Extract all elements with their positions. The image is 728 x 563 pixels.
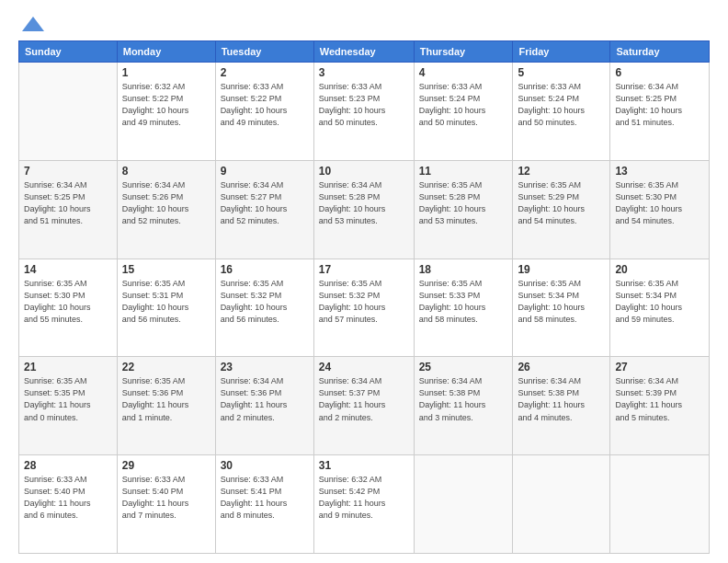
day-number: 19 (518, 263, 605, 276)
day-number: 2 (221, 66, 309, 79)
day-number: 13 (615, 165, 704, 178)
calendar-day-12: 12Sunrise: 6:35 AM Sunset: 5:29 PM Dayli… (513, 160, 610, 259)
calendar-day-2: 2Sunrise: 6:33 AM Sunset: 5:22 PM Daylig… (215, 63, 313, 161)
day-number: 8 (122, 165, 210, 178)
day-info: Sunrise: 6:33 AM Sunset: 5:22 PM Dayligh… (221, 81, 309, 129)
day-info: Sunrise: 6:35 AM Sunset: 5:36 PM Dayligh… (122, 375, 210, 423)
day-info: Sunrise: 6:34 AM Sunset: 5:25 PM Dayligh… (24, 179, 112, 227)
day-info: Sunrise: 6:35 AM Sunset: 5:33 PM Dayligh… (419, 278, 508, 326)
day-info: Sunrise: 6:33 AM Sunset: 5:41 PM Dayligh… (221, 474, 309, 522)
calendar-day-19: 19Sunrise: 6:35 AM Sunset: 5:34 PM Dayli… (513, 259, 610, 357)
day-number: 20 (615, 263, 704, 276)
day-number: 5 (518, 66, 605, 79)
calendar-day-6: 6Sunrise: 6:34 AM Sunset: 5:25 PM Daylig… (610, 63, 710, 161)
calendar-empty (414, 455, 513, 554)
day-header-wednesday: Wednesday (313, 41, 414, 63)
day-info: Sunrise: 6:35 AM Sunset: 5:28 PM Dayligh… (419, 179, 508, 227)
calendar-day-15: 15Sunrise: 6:35 AM Sunset: 5:31 PM Dayli… (117, 259, 215, 357)
calendar-day-11: 11Sunrise: 6:35 AM Sunset: 5:28 PM Dayli… (414, 160, 513, 259)
day-number: 26 (518, 361, 605, 373)
day-number: 12 (518, 165, 605, 178)
day-header-friday: Friday (513, 41, 610, 63)
day-number: 18 (419, 263, 508, 276)
day-header-saturday: Saturday (610, 41, 710, 63)
day-number: 31 (319, 459, 409, 472)
day-number: 21 (24, 361, 112, 373)
calendar-week-row: 14Sunrise: 6:35 AM Sunset: 5:30 PM Dayli… (19, 259, 710, 357)
calendar-day-24: 24Sunrise: 6:34 AM Sunset: 5:37 PM Dayli… (313, 357, 414, 455)
day-number: 11 (419, 165, 508, 178)
calendar-day-8: 8Sunrise: 6:34 AM Sunset: 5:26 PM Daylig… (117, 160, 215, 259)
calendar-day-3: 3Sunrise: 6:33 AM Sunset: 5:23 PM Daylig… (313, 63, 414, 161)
calendar-day-4: 4Sunrise: 6:33 AM Sunset: 5:24 PM Daylig… (414, 63, 513, 161)
calendar-week-row: 7Sunrise: 6:34 AM Sunset: 5:25 PM Daylig… (19, 160, 710, 259)
day-info: Sunrise: 6:35 AM Sunset: 5:34 PM Dayligh… (615, 278, 704, 326)
day-info: Sunrise: 6:33 AM Sunset: 5:24 PM Dayligh… (518, 81, 605, 129)
calendar-day-20: 20Sunrise: 6:35 AM Sunset: 5:34 PM Dayli… (610, 259, 710, 357)
calendar-day-10: 10Sunrise: 6:34 AM Sunset: 5:28 PM Dayli… (313, 160, 414, 259)
calendar-day-26: 26Sunrise: 6:34 AM Sunset: 5:38 PM Dayli… (513, 357, 610, 455)
day-header-tuesday: Tuesday (215, 41, 313, 63)
calendar-header-row: SundayMondayTuesdayWednesdayThursdayFrid… (19, 41, 710, 63)
day-info: Sunrise: 6:32 AM Sunset: 5:42 PM Dayligh… (319, 474, 409, 522)
day-info: Sunrise: 6:35 AM Sunset: 5:31 PM Dayligh… (122, 278, 210, 326)
calendar-day-29: 29Sunrise: 6:33 AM Sunset: 5:40 PM Dayli… (117, 455, 215, 554)
day-number: 10 (319, 165, 409, 178)
calendar-day-25: 25Sunrise: 6:34 AM Sunset: 5:38 PM Dayli… (414, 357, 513, 455)
day-number: 27 (615, 361, 704, 373)
day-info: Sunrise: 6:33 AM Sunset: 5:40 PM Dayligh… (122, 474, 210, 522)
day-info: Sunrise: 6:34 AM Sunset: 5:38 PM Dayligh… (518, 375, 605, 423)
day-number: 22 (122, 361, 210, 373)
day-info: Sunrise: 6:32 AM Sunset: 5:22 PM Dayligh… (122, 81, 210, 129)
day-header-sunday: Sunday (19, 41, 118, 63)
day-info: Sunrise: 6:35 AM Sunset: 5:30 PM Dayligh… (24, 278, 112, 326)
calendar-day-30: 30Sunrise: 6:33 AM Sunset: 5:41 PM Dayli… (215, 455, 313, 554)
day-number: 14 (24, 263, 112, 276)
calendar-day-28: 28Sunrise: 6:33 AM Sunset: 5:40 PM Dayli… (19, 455, 118, 554)
day-number: 7 (24, 165, 112, 178)
day-info: Sunrise: 6:35 AM Sunset: 5:32 PM Dayligh… (319, 278, 409, 326)
day-info: Sunrise: 6:34 AM Sunset: 5:27 PM Dayligh… (221, 179, 309, 227)
day-info: Sunrise: 6:34 AM Sunset: 5:39 PM Dayligh… (615, 375, 704, 423)
calendar-day-13: 13Sunrise: 6:35 AM Sunset: 5:30 PM Dayli… (610, 160, 710, 259)
calendar-empty (513, 455, 610, 554)
calendar-day-23: 23Sunrise: 6:34 AM Sunset: 5:36 PM Dayli… (215, 357, 313, 455)
calendar-week-row: 1Sunrise: 6:32 AM Sunset: 5:22 PM Daylig… (19, 63, 710, 161)
day-info: Sunrise: 6:35 AM Sunset: 5:34 PM Dayligh… (518, 278, 605, 326)
calendar-day-7: 7Sunrise: 6:34 AM Sunset: 5:25 PM Daylig… (19, 160, 118, 259)
day-number: 16 (221, 263, 309, 276)
day-number: 24 (319, 361, 409, 373)
day-number: 3 (319, 66, 409, 79)
day-info: Sunrise: 6:34 AM Sunset: 5:36 PM Dayligh… (221, 375, 309, 423)
day-info: Sunrise: 6:33 AM Sunset: 5:40 PM Dayligh… (24, 474, 112, 522)
page: SundayMondayTuesdayWednesdayThursdayFrid… (0, 0, 728, 563)
day-number: 23 (221, 361, 309, 373)
calendar-day-31: 31Sunrise: 6:32 AM Sunset: 5:42 PM Dayli… (313, 455, 414, 554)
calendar-day-21: 21Sunrise: 6:35 AM Sunset: 5:35 PM Dayli… (19, 357, 118, 455)
day-number: 6 (615, 66, 704, 79)
calendar-day-22: 22Sunrise: 6:35 AM Sunset: 5:36 PM Dayli… (117, 357, 215, 455)
header (18, 15, 710, 31)
logo-icon (20, 15, 46, 35)
day-info: Sunrise: 6:33 AM Sunset: 5:24 PM Dayligh… (419, 81, 508, 129)
day-info: Sunrise: 6:34 AM Sunset: 5:25 PM Dayligh… (615, 81, 704, 129)
calendar-week-row: 28Sunrise: 6:33 AM Sunset: 5:40 PM Dayli… (19, 455, 710, 554)
day-info: Sunrise: 6:35 AM Sunset: 5:29 PM Dayligh… (518, 179, 605, 227)
day-info: Sunrise: 6:35 AM Sunset: 5:30 PM Dayligh… (615, 179, 704, 227)
day-number: 4 (419, 66, 508, 79)
calendar-empty (19, 63, 118, 161)
day-info: Sunrise: 6:35 AM Sunset: 5:32 PM Dayligh… (221, 278, 309, 326)
day-number: 9 (221, 165, 309, 178)
day-number: 1 (122, 66, 210, 79)
calendar-day-17: 17Sunrise: 6:35 AM Sunset: 5:32 PM Dayli… (313, 259, 414, 357)
day-info: Sunrise: 6:34 AM Sunset: 5:37 PM Dayligh… (319, 375, 409, 423)
svg-marker-0 (22, 17, 44, 31)
day-number: 29 (122, 459, 210, 472)
calendar-day-1: 1Sunrise: 6:32 AM Sunset: 5:22 PM Daylig… (117, 63, 215, 161)
calendar-day-5: 5Sunrise: 6:33 AM Sunset: 5:24 PM Daylig… (513, 63, 610, 161)
day-info: Sunrise: 6:33 AM Sunset: 5:23 PM Dayligh… (319, 81, 409, 129)
calendar-empty (610, 455, 710, 554)
calendar-table: SundayMondayTuesdayWednesdayThursdayFrid… (18, 40, 710, 554)
day-header-monday: Monday (117, 41, 215, 63)
calendar-day-18: 18Sunrise: 6:35 AM Sunset: 5:33 PM Dayli… (414, 259, 513, 357)
